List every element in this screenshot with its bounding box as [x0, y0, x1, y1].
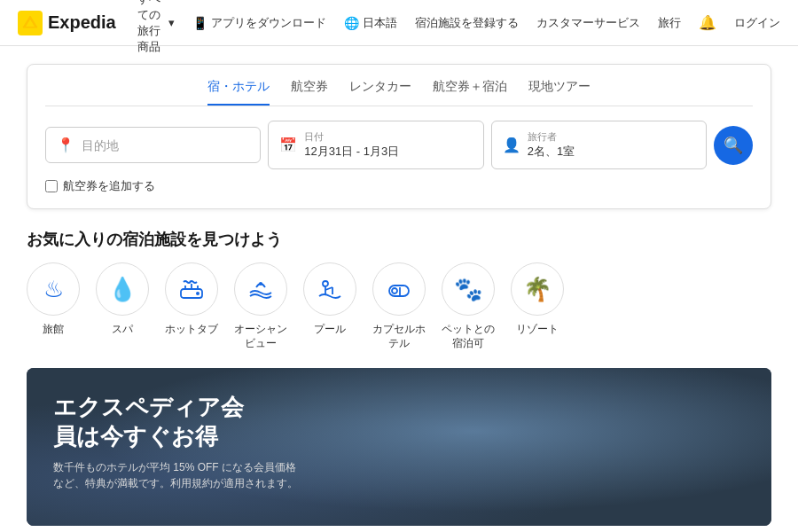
nav-bell[interactable]: 🔔: [699, 14, 716, 31]
destination-field[interactable]: 📍: [45, 127, 261, 163]
traveler-label: 旅行者: [528, 130, 575, 144]
nav-download-app[interactable]: 📱 アプリをダウンロード: [192, 15, 326, 31]
category-pet[interactable]: 🐾 ペットとの 宿泊可: [442, 262, 495, 350]
tab-flight[interactable]: 航空券: [291, 79, 328, 106]
main-content: 宿・ホテル 航空券 レンタカー 航空券＋宿泊 現地ツアー 📍 📅: [0, 46, 798, 532]
header: Expedia すべての旅行商品 ▾ 📱 アプリをダウンロード 🌐 日本語 宿泊…: [0, 0, 798, 46]
pool-icon: [303, 262, 356, 316]
promo-title: エクスペディア会 員は今すぐお得: [53, 393, 745, 450]
nav-all-products[interactable]: すべての旅行商品 ▾: [137, 0, 175, 55]
tab-flight-hotel[interactable]: 航空券＋宿泊: [433, 79, 507, 106]
nav-language[interactable]: 🌐 日本語: [344, 15, 397, 31]
category-pool[interactable]: プール: [303, 262, 356, 337]
section-title: お気に入りの宿泊施設を見つけよう: [27, 229, 771, 250]
traveler-value: 2名、1室: [528, 144, 575, 160]
traveler-field[interactable]: 👤 旅行者 2名、1室: [491, 121, 707, 169]
search-icon: 🔍: [724, 136, 743, 155]
promo-subtitle: 数千件ものホテルが平均 15% OFF になる会員価格 など、特典が満載です。利…: [53, 459, 301, 491]
svg-point-10: [392, 288, 397, 293]
globe-icon: 🌐: [344, 16, 359, 30]
nav-login[interactable]: ログイン: [734, 15, 780, 31]
hot-tub-icon: [165, 262, 218, 316]
nav-all-label: すべての旅行商品: [137, 0, 165, 55]
categories: ♨ 旅館 💧 スパ ホットタブ: [27, 262, 771, 350]
date-value: 12月31日 - 1月3日: [304, 144, 399, 160]
svg-point-7: [259, 282, 262, 286]
category-ryokan[interactable]: ♨ 旅館: [27, 262, 80, 337]
add-flight-toggle[interactable]: 航空券を追加する: [45, 178, 753, 194]
chevron-down-icon: ▾: [168, 16, 175, 29]
person-icon: 👤: [503, 137, 520, 153]
location-icon: 📍: [57, 137, 74, 153]
nav-travel[interactable]: 旅行: [658, 15, 681, 31]
phone-icon: 📱: [192, 16, 207, 30]
category-hot-tub[interactable]: ホットタブ: [165, 262, 218, 337]
destination-input[interactable]: [82, 138, 249, 153]
header-nav: 📱 アプリをダウンロード 🌐 日本語 宿泊施設を登録する カスタマーサービス 旅…: [192, 14, 780, 31]
resort-icon: 🌴: [511, 262, 564, 316]
logo-icon: [18, 11, 43, 35]
logo-text: Expedia: [48, 12, 116, 33]
spa-icon: 💧: [96, 262, 149, 316]
promo-banner: エクスペディア会 員は今すぐお得 数千件ものホテルが平均 15% OFF になる…: [27, 368, 771, 526]
logo[interactable]: Expedia: [18, 11, 116, 35]
svg-point-8: [323, 281, 328, 286]
search-tabs: 宿・ホテル 航空券 レンタカー 航空券＋宿泊 現地ツアー: [45, 79, 753, 106]
bell-icon: 🔔: [699, 14, 716, 31]
tab-local-tour[interactable]: 現地ツアー: [528, 79, 591, 106]
svg-point-6: [196, 292, 200, 295]
category-spa[interactable]: 💧 スパ: [96, 262, 149, 337]
search-box: 宿・ホテル 航空券 レンタカー 航空券＋宿泊 現地ツアー 📍 📅: [27, 64, 771, 209]
date-label: 日付: [304, 130, 399, 144]
search-fields: 📍 📅 日付 12月31日 - 1月3日 👤 旅行者 2名、1室 🔍: [45, 121, 753, 169]
calendar-icon: 📅: [279, 137, 297, 153]
category-capsule[interactable]: カプセルホ テル: [372, 262, 426, 350]
add-flight-label: 航空券を追加する: [63, 178, 155, 194]
ocean-view-icon: [234, 262, 287, 316]
category-resort[interactable]: 🌴 リゾート: [511, 262, 564, 337]
nav-customer-service[interactable]: カスタマーサービス: [536, 15, 640, 31]
search-button[interactable]: 🔍: [714, 126, 753, 165]
date-field[interactable]: 📅 日付 12月31日 - 1月3日: [268, 121, 483, 169]
capsule-icon: [372, 262, 426, 316]
tab-hotel[interactable]: 宿・ホテル: [207, 79, 270, 106]
pet-icon: 🐾: [442, 262, 495, 316]
tab-car[interactable]: レンタカー: [349, 79, 411, 106]
category-ocean-view[interactable]: オーシャン ビュー: [234, 262, 287, 350]
ryokan-icon: ♨: [27, 262, 80, 316]
nav-register[interactable]: 宿泊施設を登録する: [415, 15, 519, 31]
add-flight-checkbox[interactable]: [45, 180, 58, 192]
